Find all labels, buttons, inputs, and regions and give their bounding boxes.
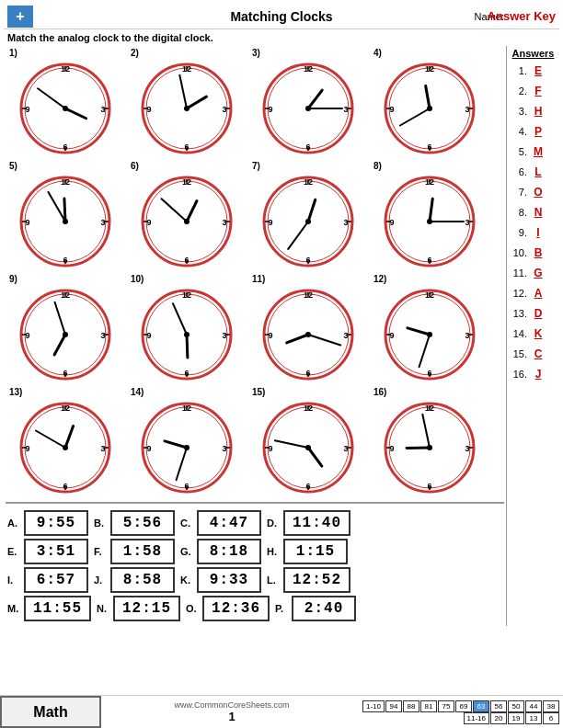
answer-letter-9: I [529, 226, 547, 239]
score-44: 44 [525, 700, 542, 712]
digital-display-F: 1:58 [110, 539, 175, 564]
digital-item-P: P. 2:40 [275, 596, 356, 621]
svg-text:3: 3 [222, 444, 226, 453]
main-layout: 1) 12 3 6 9 [4, 46, 559, 626]
digital-label-D: D. [267, 518, 280, 529]
svg-line-127 [187, 335, 188, 358]
svg-text:9: 9 [25, 218, 29, 227]
svg-text:3: 3 [343, 331, 348, 340]
svg-point-25 [184, 106, 190, 111]
svg-text:3: 3 [343, 105, 348, 114]
answer-row-12: 12. A [511, 283, 556, 303]
svg-text:3: 3 [465, 105, 469, 114]
digital-item-L: L. 12:52 [267, 567, 350, 593]
digital-row-4: M. 11:55 N. 12:15 O. 12:36 P. 2:40 [7, 596, 502, 621]
score-63: 63 [473, 700, 489, 712]
answers-title: Answers [511, 48, 556, 59]
answer-letter-12: A [529, 287, 547, 300]
clock-item-2: 2) 12 3 6 9 [127, 48, 247, 159]
digital-item-M: M. 11:55 [7, 596, 91, 621]
score-6: 6 [543, 712, 559, 724]
footer: Math www.CommonCoreSheets.com 1 1-10 94 … [0, 695, 563, 728]
svg-point-77 [184, 219, 190, 224]
answer-letter-14: K [529, 327, 547, 340]
digital-display-C: 4:47 [197, 510, 261, 536]
digital-item-J: J. 8:58 [94, 567, 175, 593]
score-row-1: 1-10 94 88 81 75 69 63 56 50 44 38 [362, 700, 559, 712]
clock-item-16: 16) 12 3 6 9 [370, 387, 489, 498]
answer-letter-4: P [529, 125, 547, 138]
answers-section: Answers 1. E 2. F 3. H 4. P 5. M 6. [506, 46, 559, 626]
footer-scores: 1-10 94 88 81 75 69 63 56 50 44 38 11-16… [362, 696, 563, 728]
clock-item-9: 9) 12 3 6 9 [6, 274, 125, 385]
score-label-1: 1-10 [362, 700, 385, 712]
clock-label-15: 15) [248, 387, 265, 397]
answer-num-14: 14. [511, 328, 529, 339]
svg-text:3: 3 [465, 444, 469, 453]
svg-point-207 [427, 445, 432, 450]
svg-point-38 [305, 106, 311, 111]
answer-row-7: 7. O [511, 182, 556, 202]
digital-label-F: F. [94, 546, 107, 557]
answer-num-9: 9. [511, 227, 529, 238]
digital-display-K: 9:33 [197, 567, 261, 593]
svg-text:9: 9 [25, 444, 29, 453]
digital-item-C: C. 4:47 [180, 510, 261, 536]
clock-item-11: 11) 12 3 6 9 [248, 274, 368, 385]
score-38: 38 [543, 700, 559, 712]
score-81: 81 [420, 700, 437, 712]
svg-text:3: 3 [100, 105, 105, 114]
score-75: 75 [438, 700, 454, 712]
digital-label-L: L. [267, 574, 280, 586]
svg-text:9: 9 [268, 331, 272, 340]
score-row-2: 11-16 20 19 13 6 [464, 712, 559, 724]
page-title: Matching Clocks [230, 9, 332, 24]
answer-row-3: 3. H [511, 101, 556, 121]
svg-text:3: 3 [343, 444, 348, 453]
answer-row-15: 15. C [511, 344, 556, 364]
footer-page: 1 [228, 710, 235, 723]
answer-row-4: 4. P [511, 121, 556, 142]
clock-label-4: 4) [370, 48, 382, 58]
clock-label-3: 3) [248, 48, 260, 58]
clock-label-14: 14) [127, 387, 144, 397]
svg-point-64 [63, 219, 68, 224]
answer-row-10: 10. B [511, 243, 556, 263]
clock-row-1: 1) 12 3 6 9 [6, 48, 504, 159]
answer-num-11: 11. [511, 267, 529, 279]
footer-center: www.CommonCoreSheets.com 1 [101, 696, 362, 728]
score-69: 69 [455, 700, 472, 712]
svg-text:9: 9 [146, 444, 151, 453]
digital-display-N: 12:15 [113, 596, 180, 621]
answer-row-2: 2. F [511, 81, 556, 101]
answer-letter-7: O [529, 186, 547, 199]
answer-row-9: 9. I [511, 222, 556, 243]
clock-label-12: 12) [370, 274, 386, 284]
clock-label-6: 6) [127, 161, 139, 171]
header: + Matching Clocks Name: Answer Key [4, 4, 559, 29]
clock-item-4: 4) 12 3 6 9 [370, 48, 489, 159]
answer-num-13: 13. [511, 308, 529, 319]
answer-num-16: 16. [511, 369, 529, 380]
answer-letter-1: E [529, 64, 547, 77]
svg-text:3: 3 [222, 105, 226, 114]
digital-item-N: N. 12:15 [97, 596, 180, 621]
clock-row-2: 5) 12 3 6 9 [6, 161, 504, 272]
svg-text:9: 9 [268, 444, 272, 453]
score-94: 94 [385, 700, 402, 712]
digital-display-L: 12:52 [283, 567, 350, 593]
clock-label-11: 11) [248, 274, 265, 284]
digital-display-G: 8:18 [197, 539, 261, 564]
digital-label-K: K. [180, 574, 193, 586]
svg-text:9: 9 [389, 331, 394, 340]
digital-label-J: J. [94, 574, 107, 586]
answer-row-11: 11. G [511, 263, 556, 283]
clock-item-8: 8) 12 3 6 9 [370, 161, 489, 272]
digital-label-I: I. [7, 574, 20, 586]
clock-item-3: 3) 12 3 6 9 [248, 48, 368, 159]
digital-display-O: 12:36 [202, 596, 270, 621]
svg-point-103 [427, 219, 432, 224]
svg-text:9: 9 [25, 331, 29, 340]
svg-point-168 [63, 445, 68, 450]
svg-text:9: 9 [146, 105, 151, 114]
